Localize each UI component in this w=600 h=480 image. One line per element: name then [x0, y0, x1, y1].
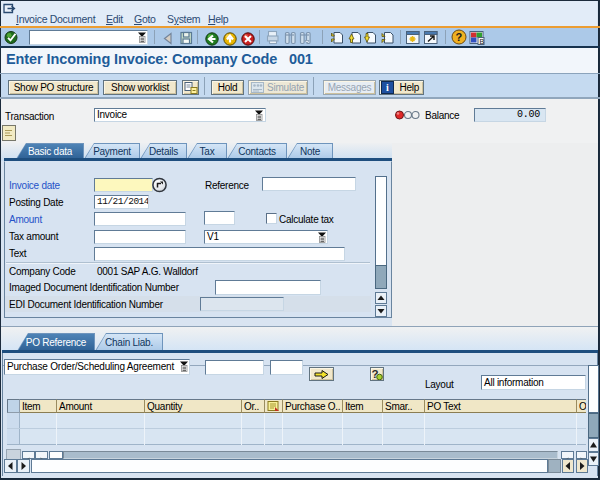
svg-text:?: ?: [456, 31, 463, 43]
svg-text:B: B: [480, 38, 485, 45]
